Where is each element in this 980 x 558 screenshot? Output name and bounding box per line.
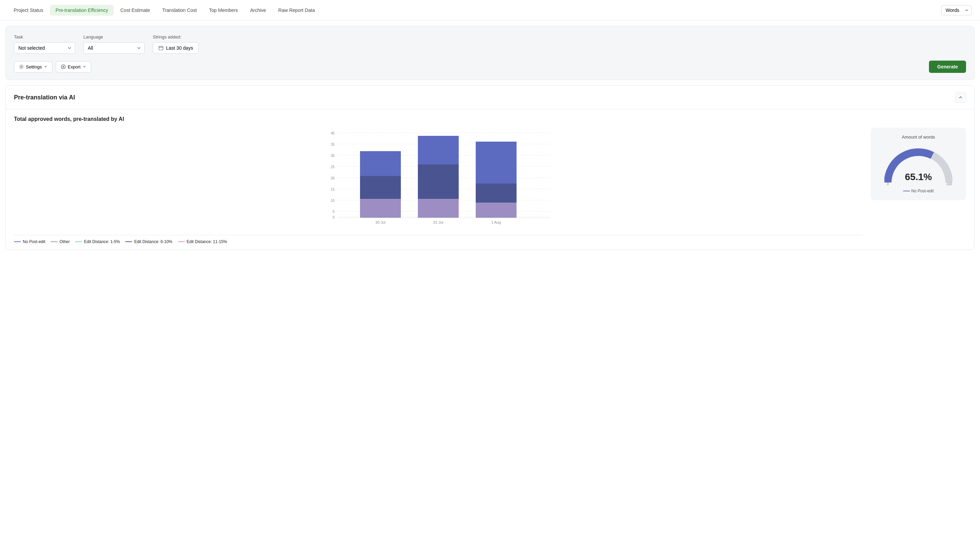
task-label: Task [14, 34, 75, 39]
donut-title: Amount of words [902, 135, 935, 140]
calendar-icon [159, 46, 163, 50]
svg-text:25: 25 [331, 165, 335, 169]
bar-31jul-edit610 [418, 164, 459, 199]
donut-legend-label: No Post-edit [911, 189, 934, 194]
legend-label-nopostedit: No Post-edit [23, 240, 45, 244]
svg-text:15: 15 [331, 187, 335, 191]
legend-item-other: Other [51, 240, 70, 244]
legend-item-edit1115: Edit Distance: 11-15% [178, 240, 227, 244]
legend-label-edit1115: Edit Distance: 11-15% [187, 240, 227, 244]
tab-pre-translation-efficiency[interactable]: Pre-translation Efficiency [50, 5, 114, 16]
legend-color-edit15 [75, 241, 82, 242]
bar-30jul-nopostedit [360, 151, 401, 176]
date-range-label: Last 30 days [166, 45, 193, 51]
export-icon [61, 64, 65, 69]
strings-added-group: Strings added: Last 30 days [153, 34, 199, 54]
svg-text:30 Jul: 30 Jul [375, 220, 385, 224]
tab-raw-report-data[interactable]: Raw Report Data [273, 5, 320, 16]
language-filter-group: Language All [83, 34, 145, 54]
donut-svg-wrap: 0 100 65.1% [884, 145, 952, 186]
export-chevron-icon [83, 65, 86, 69]
task-filter-group: Task Not selected [14, 34, 75, 54]
bar-30jul-edit610 [360, 176, 401, 199]
svg-text:20: 20 [331, 176, 335, 180]
tab-translation-cost[interactable]: Translation Cost [157, 5, 202, 16]
chart-wrapper: 0 5 10 15 20 25 30 35 40 [14, 128, 966, 244]
filter-panel: Task Not selected Language All Strings a… [5, 26, 975, 80]
svg-text:100: 100 [946, 182, 952, 186]
chevron-up-icon [959, 95, 963, 99]
strings-added-label: Strings added: [153, 34, 199, 39]
bar-31jul-other [418, 199, 459, 218]
tab-archive[interactable]: Archive [245, 5, 272, 16]
settings-chevron-icon [44, 65, 47, 69]
export-button[interactable]: Export [56, 61, 91, 72]
bar-chart-container: 0 5 10 15 20 25 30 35 40 [14, 128, 862, 244]
svg-text:0: 0 [332, 215, 334, 219]
section-title: Pre-translation via AI [14, 94, 75, 101]
svg-text:0: 0 [887, 182, 889, 186]
legend-label-edit610: Edit Distance: 6-10% [134, 240, 172, 244]
words-select[interactable]: Words Strings [941, 5, 972, 15]
bar-1aug-nopostedit [476, 142, 517, 184]
tab-top-members[interactable]: Top Members [203, 5, 243, 16]
collapse-button[interactable] [955, 92, 966, 103]
svg-text:30: 30 [331, 154, 335, 158]
svg-point-1 [21, 66, 22, 67]
bar-1aug-edit610 [476, 184, 517, 203]
navigation: Project Status Pre-translation Efficienc… [0, 0, 980, 20]
gear-icon [19, 64, 24, 69]
section-header: Pre-translation via AI [6, 86, 974, 109]
section-card: Pre-translation via AI Total approved wo… [5, 85, 975, 250]
tab-project-status[interactable]: Project Status [8, 5, 49, 16]
legend-item-edit15: Edit Distance: 1-5% [75, 240, 120, 244]
actions-row: Settings Export Generate [14, 61, 966, 73]
svg-rect-0 [159, 46, 163, 50]
svg-text:40: 40 [331, 131, 335, 135]
legend-label-other: Other [59, 240, 70, 244]
donut-container: Amount of words 0 [871, 128, 966, 200]
language-select[interactable]: All [83, 42, 145, 54]
svg-text:10: 10 [331, 199, 335, 203]
legend-item-nopostedit: No Post-edit [14, 240, 45, 244]
svg-text:35: 35 [331, 143, 335, 146]
legend-color-edit610 [125, 241, 132, 242]
donut-legend: No Post-edit [903, 189, 934, 194]
date-range-button[interactable]: Last 30 days [153, 42, 199, 54]
language-label: Language [83, 34, 145, 39]
donut-percent: 65.1% [905, 172, 932, 182]
legend-color-edit1115 [178, 241, 185, 242]
legend-item-edit610: Edit Distance: 6-10% [125, 240, 172, 244]
legend-color-other [51, 241, 57, 242]
chart-area: Total approved words, pre-translated by … [6, 109, 974, 249]
svg-text:31 Jul: 31 Jul [433, 220, 443, 224]
bar-30jul-other [360, 199, 401, 218]
settings-label: Settings [26, 64, 42, 69]
bar-31jul-nopostedit [418, 136, 459, 164]
chart-title: Total approved words, pre-translated by … [14, 116, 966, 122]
legend-color-nopostedit [14, 241, 21, 242]
settings-button[interactable]: Settings [14, 61, 52, 72]
bar-chart-svg: 0 5 10 15 20 25 30 35 40 [14, 128, 862, 230]
filter-row: Task Not selected Language All Strings a… [14, 34, 966, 54]
task-select[interactable]: Not selected [14, 42, 75, 54]
donut-legend-line [903, 190, 910, 191]
bar-1aug-other [476, 203, 517, 218]
svg-text:1 Aug: 1 Aug [491, 220, 501, 224]
legend-label-edit15: Edit Distance: 1-5% [84, 240, 120, 244]
tab-cost-estimate[interactable]: Cost Estimate [115, 5, 155, 16]
svg-text:5: 5 [332, 210, 334, 213]
export-label: Export [68, 64, 81, 69]
generate-button[interactable]: Generate [929, 61, 966, 73]
legend: No Post-edit Other Edit Distance: 1-5% E… [14, 235, 862, 244]
